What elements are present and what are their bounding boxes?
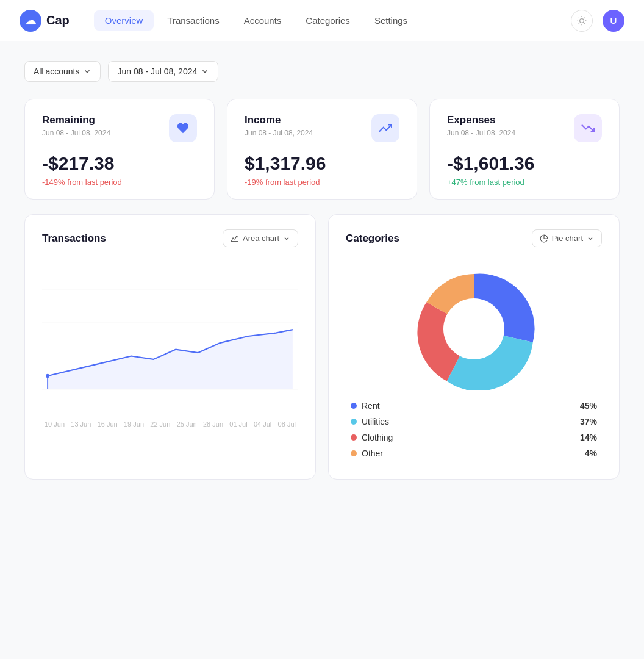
nav-overview[interactable]: Overview — [94, 10, 154, 31]
nav-right: U — [571, 10, 624, 32]
svg-line-4 — [584, 23, 585, 24]
income-icon — [371, 114, 399, 142]
clothing-label: Clothing — [362, 433, 575, 442]
legend-item-utilities: Utilities 37% — [351, 417, 597, 427]
remaining-amount: -$217.38 — [42, 153, 197, 174]
main-content: All accounts Jun 08 - Jul 08, 2024 Remai… — [0, 41, 644, 499]
remaining-card-header: Remaining Jun 08 - Jul 08, 2024 — [42, 114, 197, 142]
legend-item-clothing: Clothing 14% — [351, 433, 597, 442]
svg-point-16 — [443, 298, 504, 359]
chart-type-label: Area chart — [243, 234, 279, 243]
x-label-8: 04 Jul — [254, 420, 271, 428]
svg-point-0 — [580, 18, 584, 23]
transactions-panel-title: Transactions — [42, 232, 106, 245]
other-pct: 4% — [585, 448, 597, 458]
svg-line-3 — [579, 17, 579, 18]
transactions-panel: Transactions Area chart — [24, 214, 316, 480]
theme-toggle-button[interactable] — [571, 10, 593, 32]
rent-label: Rent — [362, 401, 575, 411]
x-axis-labels: 10 Jun 13 Jun 16 Jun 19 Jun 22 Jun 25 Ju… — [42, 420, 298, 428]
nav-categories[interactable]: Categories — [295, 10, 361, 31]
pie-legend: Rent 45% Utilities 37% Clothing 14% — [346, 401, 602, 464]
nav-transactions[interactable]: Transactions — [156, 10, 230, 31]
other-label: Other — [362, 448, 580, 458]
pie-area: Rent 45% Utilities 37% Clothing 14% — [346, 257, 602, 464]
svg-point-15 — [46, 374, 49, 378]
nav-accounts[interactable]: Accounts — [233, 10, 293, 31]
categories-panel: Categories Pie chart — [328, 214, 620, 480]
remaining-icon — [169, 114, 197, 142]
chevron-down-icon-date — [201, 67, 209, 76]
pie-chart-label: Pie chart — [552, 234, 583, 243]
svg-line-8 — [584, 17, 585, 18]
expenses-title: Expenses — [447, 114, 515, 126]
clothing-pct: 14% — [580, 433, 597, 442]
nav-settings[interactable]: Settings — [363, 10, 418, 31]
x-label-0: 10 Jun — [45, 420, 65, 428]
summary-cards: Remaining Jun 08 - Jul 08, 2024 -$217.38… — [24, 99, 620, 200]
area-chart-icon — [231, 234, 239, 243]
remaining-date: Jun 08 - Jul 08, 2024 — [42, 129, 110, 137]
other-dot — [351, 450, 357, 456]
main-nav: Overview Transactions Accounts Categorie… — [94, 10, 571, 31]
x-label-9: 08 Jul — [278, 420, 296, 428]
x-label-3: 19 Jun — [124, 420, 144, 428]
logo[interactable]: ☁ Cap — [20, 10, 70, 32]
remaining-title: Remaining — [42, 114, 110, 126]
legend-item-other: Other 4% — [351, 448, 597, 458]
chevron-down-icon-pie — [587, 235, 594, 242]
logo-cloud-icon: ☁ — [25, 14, 36, 27]
bottom-panels: Transactions Area chart — [24, 214, 620, 480]
clothing-dot — [351, 434, 357, 441]
svg-line-7 — [579, 23, 579, 24]
expenses-change: +47% from last period — [447, 178, 602, 187]
accounts-filter-button[interactable]: All accounts — [24, 61, 101, 82]
income-change: -19% from last period — [245, 178, 399, 187]
pie-chart-wrapper — [413, 257, 535, 401]
chart-type-button[interactable]: Area chart — [223, 229, 298, 247]
rent-dot — [351, 403, 357, 409]
navbar: ☁ Cap Overview Transactions Accounts Cat… — [0, 0, 644, 41]
filters-bar: All accounts Jun 08 - Jul 08, 2024 — [24, 61, 620, 82]
date-range-filter-button[interactable]: Jun 08 - Jul 08, 2024 — [108, 61, 218, 82]
x-label-1: 13 Jun — [71, 420, 91, 428]
expenses-amount: -$1,601.36 — [447, 153, 602, 174]
date-range-label: Jun 08 - Jul 08, 2024 — [117, 67, 197, 76]
x-label-4: 22 Jun — [150, 420, 170, 428]
chevron-down-icon-chart — [283, 235, 290, 242]
sun-icon — [577, 16, 587, 26]
transactions-panel-header: Transactions Area chart — [42, 229, 298, 247]
pie-chart-type-button[interactable]: Pie chart — [532, 229, 602, 247]
categories-panel-title: Categories — [346, 232, 399, 245]
brand-name: Cap — [46, 13, 70, 27]
utilities-pct: 37% — [580, 417, 597, 427]
remaining-change: -149% from last period — [42, 178, 197, 187]
expenses-icon — [574, 114, 602, 142]
utilities-dot — [351, 419, 357, 425]
legend-item-rent: Rent 45% — [351, 401, 597, 411]
accounts-filter-label: All accounts — [34, 67, 79, 76]
income-title: Income — [245, 114, 313, 126]
pie-chart-svg — [413, 268, 535, 390]
x-label-6: 28 Jun — [203, 420, 223, 428]
income-date: Jun 08 - Jul 08, 2024 — [245, 129, 313, 137]
x-label-7: 01 Jul — [229, 420, 247, 428]
expenses-card: Expenses Jun 08 - Jul 08, 2024 -$1,601.3… — [429, 99, 620, 200]
rent-pct: 45% — [580, 401, 597, 411]
x-label-5: 25 Jun — [177, 420, 197, 428]
user-avatar[interactable]: U — [603, 10, 624, 32]
income-amount: $1,317.96 — [245, 153, 399, 174]
expenses-card-header: Expenses Jun 08 - Jul 08, 2024 — [447, 114, 602, 142]
income-card-header: Income Jun 08 - Jul 08, 2024 — [245, 114, 399, 142]
area-chart-svg — [42, 257, 298, 416]
expenses-date: Jun 08 - Jul 08, 2024 — [447, 129, 515, 137]
utilities-label: Utilities — [362, 417, 575, 427]
logo-icon: ☁ — [20, 10, 41, 32]
income-card: Income Jun 08 - Jul 08, 2024 $1,317.96 -… — [227, 99, 417, 200]
categories-panel-header: Categories Pie chart — [346, 229, 602, 247]
pie-chart-icon — [540, 234, 548, 243]
x-label-2: 16 Jun — [98, 420, 118, 428]
remaining-card: Remaining Jun 08 - Jul 08, 2024 -$217.38… — [24, 99, 215, 200]
transactions-chart-area: 10 Jun 13 Jun 16 Jun 19 Jun 22 Jun 25 Ju… — [42, 257, 298, 440]
chevron-down-icon — [83, 67, 91, 76]
